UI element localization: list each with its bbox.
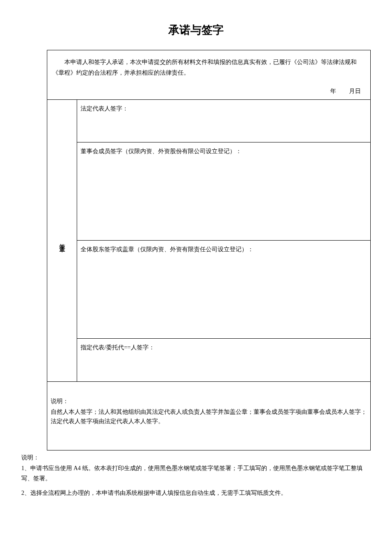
explanation-title: 说明： xyxy=(51,397,367,406)
side-label: 签字盖章 xyxy=(47,100,77,381)
side-label-text: 签字盖章 xyxy=(57,239,66,242)
date-line: 年月日 xyxy=(52,87,365,96)
shareholders-signature-row: 全体股东签字或盖章（仅限内资、外资有限责任公司设立登记）： xyxy=(77,241,370,339)
board-signature-row: 董事会成员签字（仅限内资、外资股份有限公司设立登记）： xyxy=(77,142,370,241)
month-day-label: 月日 xyxy=(349,88,361,94)
footer-note-2: 2、选择全流程网上办理的，本申请书由系统根据申请人填报信息自动生成，无需手工填写… xyxy=(21,488,371,498)
main-box: 本申请人和签字人承诺，本次申请提交的所有材料文件和填报的信息真实有效，已履行《公… xyxy=(47,50,371,450)
year-label: 年 xyxy=(330,88,336,94)
agent-label: 指定代表/委托代==人签字： xyxy=(81,344,155,351)
legal-rep-signature-row: 法定代表人签字： xyxy=(77,100,370,142)
legal-rep-label: 法定代表人签字： xyxy=(81,105,128,112)
signature-area: 签字盖章 法定代表人签字： 董事会成员签字（仅限内资、外资股份有限公司设立登记）… xyxy=(47,100,370,382)
footer-notes: 说明： 1、申请书应当使用 A4 纸。依本表打印生成的，使用黑色墨水钢笔或签字笔… xyxy=(21,453,371,498)
footer-note-1: 1、申请书应当使用 A4 纸。依本表打印生成的，使用黑色墨水钢笔或签字笔签署；手… xyxy=(21,463,371,484)
footer-title: 说明： xyxy=(21,453,371,462)
explanation-section: 说明： 自然人本人签字；法人和其他组织由其法定代表人或负责人签字并加盖公章；董事… xyxy=(47,382,370,450)
explanation-body: 自然人本人签字；法人和其他组织由其法定代表人或负责人签字并加盖公章；董事会成员签… xyxy=(51,407,367,427)
shareholders-label: 全体股东签字或盖章（仅限内资、外资有限责任公司设立登记）： xyxy=(81,246,254,253)
agent-signature-row: 指定代表/委托代==人签字： xyxy=(77,339,370,381)
signature-rows: 法定代表人签字： 董事会成员签字（仅限内资、外资股份有限公司设立登记）： 全体股… xyxy=(77,100,370,381)
board-label: 董事会成员签字（仅限内资、外资股份有限公司设立登记）： xyxy=(81,148,242,154)
page-title: 承诺与签字 xyxy=(21,21,371,39)
commitment-section: 本申请人和签字人承诺，本次申请提交的所有材料文件和填报的信息真实有效，已履行《公… xyxy=(47,50,370,100)
commitment-text: 本申请人和签字人承诺，本次申请提交的所有材料文件和填报的信息真实有效，已履行《公… xyxy=(52,57,365,78)
